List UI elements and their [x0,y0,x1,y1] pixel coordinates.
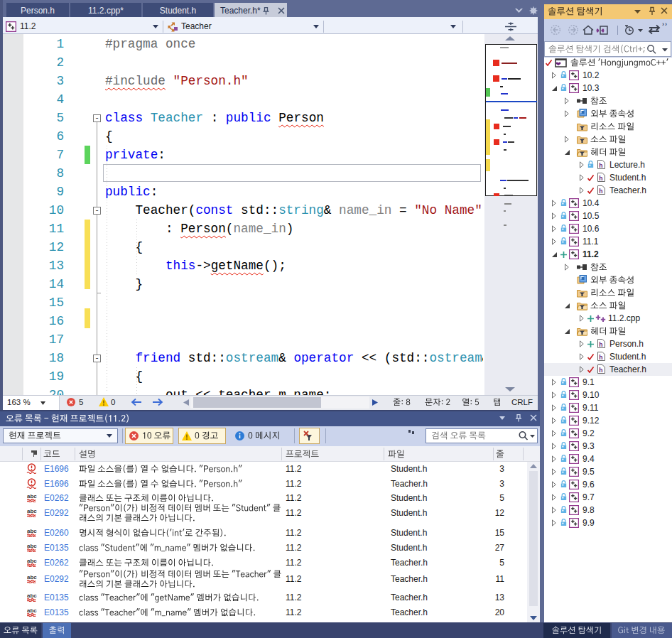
svg-text:h: h [599,367,602,374]
svg-text:h: h [599,162,602,169]
svg-text:h: h [599,341,602,348]
svg-text:h: h [599,354,602,361]
svg-text:abc: abc [27,543,37,549]
svg-text:abc: abc [27,508,37,514]
svg-text:abc: abc [27,558,37,564]
svg-text:h: h [599,175,602,182]
svg-text:abc: abc [27,593,37,599]
svg-text:abc: abc [27,493,37,499]
svg-text:abc: abc [27,528,37,534]
svg-text:h: h [599,188,602,195]
svg-text:abc: abc [27,574,37,580]
svg-text:abc: abc [27,607,37,614]
